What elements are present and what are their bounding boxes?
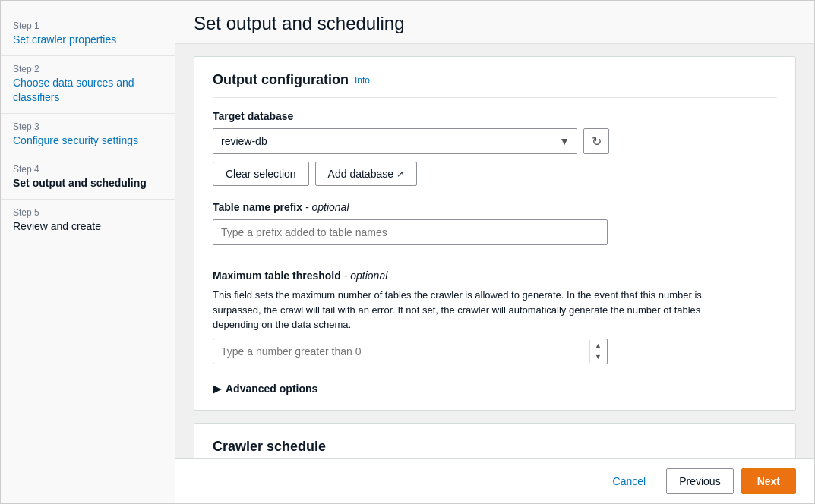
page-title: Set output and scheduling	[194, 13, 796, 34]
number-spinners: ▲ ▼	[589, 340, 606, 363]
previous-button[interactable]: Previous	[666, 468, 733, 494]
table-name-prefix-input[interactable]	[213, 219, 608, 245]
step-4-number: Step 4	[13, 164, 163, 175]
max-table-threshold-input[interactable]	[213, 339, 608, 364]
target-database-label: Target database	[213, 110, 777, 122]
sidebar-item-configure-security[interactable]: Configure security settings	[13, 134, 138, 146]
sidebar: Step 1 Set crawler properties Step 2 Cho…	[1, 1, 175, 503]
max-table-threshold-input-wrapper: ▲ ▼	[213, 339, 608, 364]
advanced-options-label: Advanced options	[226, 383, 317, 395]
max-table-optional-text: - optional	[344, 269, 388, 282]
max-table-threshold-label: Maximum table threshold - optional	[213, 269, 777, 282]
step-3-number: Step 3	[13, 121, 163, 132]
sidebar-step-3: Step 3 Configure security settings	[1, 114, 175, 157]
clear-selection-button[interactable]: Clear selection	[213, 162, 309, 186]
clear-selection-label: Clear selection	[226, 168, 296, 180]
main-content: Set output and scheduling Output configu…	[175, 1, 814, 503]
sidebar-step-1: Step 1 Set crawler properties	[1, 13, 175, 56]
target-database-section: Target database review-db ▼ ↻ Clear sele…	[213, 110, 777, 186]
sidebar-item-set-crawler-properties[interactable]: Set crawler properties	[13, 33, 116, 46]
crawler-schedule-card: Crawler schedule You can define a time-b…	[194, 423, 796, 459]
table-name-prefix-label: Table name prefix - optional	[213, 201, 777, 213]
output-configuration-card: Output configuration Info Target databas…	[194, 56, 796, 411]
sidebar-step-5: Step 5 Review and create	[1, 200, 175, 242]
step-1-number: Step 1	[13, 20, 163, 31]
target-database-select-wrapper: review-db ▼	[213, 128, 577, 154]
crawler-schedule-title: Crawler schedule	[213, 439, 777, 459]
step-2-number: Step 2	[13, 64, 163, 74]
max-table-threshold-section: Maximum table threshold - optional This …	[213, 269, 777, 364]
advanced-options-icon: ▶	[213, 383, 221, 395]
add-database-button[interactable]: Add database ↗	[315, 162, 417, 186]
info-link[interactable]: Info	[355, 75, 370, 86]
table-name-prefix-section: Table name prefix - optional	[213, 201, 777, 257]
database-action-buttons: Clear selection Add database ↗	[213, 162, 777, 186]
add-database-label: Add database	[328, 168, 393, 180]
cancel-button[interactable]: Cancel	[600, 468, 659, 494]
max-table-threshold-description: This field sets the maximum number of ta…	[213, 288, 744, 332]
step-5-number: Step 5	[13, 207, 163, 218]
refresh-database-button[interactable]: ↻	[583, 128, 609, 154]
spinner-down-button[interactable]: ▼	[590, 351, 606, 363]
target-database-row: review-db ▼ ↻	[213, 128, 777, 154]
sidebar-step-4: Step 4 Set output and scheduling	[1, 156, 175, 200]
advanced-options-toggle[interactable]: ▶ Advanced options	[213, 376, 777, 395]
target-database-select[interactable]: review-db	[213, 128, 577, 154]
page-header: Set output and scheduling	[175, 1, 814, 44]
sidebar-item-review-create: Review and create	[13, 219, 163, 235]
next-button[interactable]: Next	[741, 468, 796, 494]
add-database-external-icon: ↗	[396, 169, 404, 179]
footer: Cancel Previous Next	[175, 458, 814, 503]
sidebar-item-choose-data-sources[interactable]: Choose data sources and classifiers	[13, 77, 134, 104]
refresh-icon: ↻	[592, 134, 602, 149]
output-config-title: Output configuration Info	[213, 72, 777, 98]
table-name-optional-text: - optional	[305, 201, 349, 213]
sidebar-step-2: Step 2 Choose data sources and classifie…	[1, 56, 175, 114]
content-area: Output configuration Info Target databas…	[175, 44, 814, 458]
sidebar-item-set-output: Set output and scheduling	[13, 176, 163, 191]
output-config-title-text: Output configuration	[213, 72, 349, 88]
spinner-up-button[interactable]: ▲	[590, 340, 606, 352]
